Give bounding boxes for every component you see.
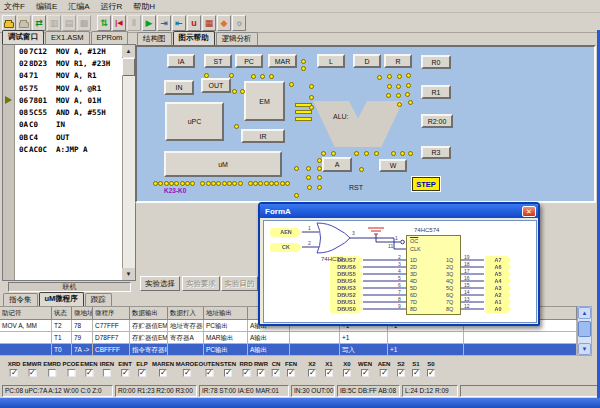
signal-checkbox[interactable]: ✓ [343,369,351,377]
help-lamp-icon[interactable]: ☼ [232,15,246,31]
net-a0[interactable]: A0 [485,305,511,314]
diagram-block-a[interactable]: A [322,157,352,172]
close-icon[interactable]: ✕ [522,206,536,217]
online-status-bar: 联机 [8,282,131,292]
signal-checkbox[interactable]: ✓ [361,369,369,377]
tab-view-0[interactable]: 指令集 [3,293,38,306]
registers-icon[interactable]: ▦ [202,15,216,31]
signal-checkbox[interactable]: ✓ [138,369,146,377]
code-line[interactable]: 0575MOV A, @R1 [16,82,124,94]
signal-checkbox[interactable] [103,369,111,377]
tab-view-1[interactable]: uM微程序 [39,292,84,306]
alu-shape[interactable] [313,101,403,147]
assemble-icon[interactable]: ⇄ [32,15,46,31]
code-scrollbar-thumb[interactable] [122,58,135,76]
menu-item-2[interactable]: 汇编A [68,1,89,12]
step-into-icon[interactable]: ⇥ [157,15,171,31]
refresh-icon[interactable]: ⇅ [97,15,111,31]
signal-checkbox[interactable]: ✓ [242,369,250,377]
table-scrollbar-thumb[interactable] [578,321,591,337]
signal-checkbox[interactable]: ✓ [412,369,420,377]
menu-item-3[interactable]: 运行R [101,1,123,12]
run-icon[interactable]: ▶ [142,15,156,31]
code-scrollbar[interactable]: ▲ ▼ [122,45,135,280]
net-aen[interactable]: AEN [270,228,302,237]
tab-view-2[interactable]: 跟踪 [85,293,112,306]
diagram-block-d[interactable]: D [353,54,381,68]
signal-checkbox[interactable]: ✓ [159,369,167,377]
signal-checkbox[interactable]: ✓ [224,369,232,377]
signal-checkbox[interactable]: ✓ [325,369,333,377]
diagram-block-st[interactable]: ST [204,54,232,68]
signal-checkbox[interactable] [67,369,75,377]
diagram-block-ir[interactable]: IR [241,129,285,143]
table-row[interactable]: T179D78FF7存贮器值EM寄存器AMAR输出A输出+1 [0,332,577,344]
signal-pcoe: PCOE [62,361,79,377]
signal-checkbox[interactable]: ✓ [397,369,405,377]
signal-checkbox[interactable]: ✓ [257,369,265,377]
signal-checkbox[interactable]: ✓ [121,369,129,377]
diagram-block-out[interactable]: OUT [201,78,231,93]
signal-checkbox[interactable]: ✓ [427,369,435,377]
diagram-block-pc[interactable]: PC [235,54,263,68]
signal-checkbox[interactable]: ✓ [183,369,191,377]
scroll-up-icon[interactable]: ▲ [122,45,135,57]
signal-checkbox[interactable]: ✓ [85,369,93,377]
menu-item-0[interactable]: 文件F [4,1,25,12]
micro-step-icon[interactable]: u [187,15,201,31]
signal-checkbox[interactable] [48,369,56,377]
diagram-block-em[interactable]: EM [244,81,285,121]
diagram-block-in[interactable]: IN [164,80,194,95]
signal-checkbox[interactable]: ✓ [28,369,36,377]
tab-debug-1[interactable]: EX1.ASM [45,31,90,44]
forma-titlebar[interactable]: FormA [260,204,538,218]
led-indicator-icon [206,181,211,186]
diagram-block-r200[interactable]: R2:00 [421,114,453,128]
menu-item-1[interactable]: 编辑E [36,1,57,12]
step-into-icon: ⇥ [160,18,168,28]
step-over-icon[interactable]: ⇤ [172,15,186,31]
code-line[interactable]: 028D23MOV R1, #23H [16,57,124,69]
signal-checkbox[interactable]: ✓ [272,369,280,377]
reset-icon[interactable]: |◀ [112,15,126,31]
open-file-icon[interactable] [2,15,16,31]
net-dbus0[interactable]: DBUS0 [330,305,363,314]
scroll-down-icon[interactable]: ▼ [578,343,591,355]
signal-checkbox[interactable]: ✓ [308,369,316,377]
code-line[interactable]: 0CAC0CA:JMP A [16,143,124,155]
diagram-block-mar[interactable]: MAR [268,54,297,68]
tab-diagram-1[interactable]: 图示帮助 [173,31,215,45]
exp-button-0[interactable]: 实验选择 [140,276,180,291]
step-button[interactable]: STEP [412,177,440,191]
tab-diagram-2[interactable]: 逻辑分析 [216,32,258,45]
connect-icon[interactable]: ◆ [217,15,231,31]
table-row[interactable]: T07A ->CBFFFF指令寄存器IRPC输出A输出写入+1 [0,344,577,356]
net-ck[interactable]: CK [270,243,302,252]
diagram-block-r0[interactable]: R0 [421,55,451,69]
tab-debug-0[interactable]: 调试窗口 [2,30,44,44]
signal-checkbox[interactable]: ✓ [10,369,18,377]
signal-checkbox[interactable]: ✓ [287,369,295,377]
tab-diagram-0[interactable]: 结构图 [137,32,172,45]
table-scrollbar[interactable]: ▲ ▼ [577,306,592,356]
diagram-block-r3[interactable]: R3 [421,146,451,159]
code-line[interactable]: 067801MOV A, 01H [16,94,124,106]
diagram-block-upc[interactable]: uPC [165,102,224,141]
scroll-down-icon[interactable]: ▼ [122,268,135,280]
code-line[interactable]: 0AC0IN [16,119,124,131]
scroll-up-icon[interactable]: ▲ [578,307,591,319]
signal-checkbox[interactable]: ✓ [380,369,388,377]
diagram-block-ia[interactable]: IA [167,54,195,68]
diagram-block-w[interactable]: W [379,159,407,172]
diagram-block-um[interactable]: uM [164,151,282,177]
code-line[interactable]: 0BC4OUT [16,131,124,143]
tab-debug-2[interactable]: EPRom [91,31,129,44]
code-line[interactable]: 085C55AND A, #55H [16,106,124,118]
menu-item-4[interactable]: 帮助H [133,1,155,12]
diagram-block-l[interactable]: L [317,54,345,68]
diagram-block-r1[interactable]: R1 [421,85,451,99]
diagram-block-r[interactable]: R [384,54,412,68]
code-line[interactable]: 0471MOV A, R1 [16,70,124,82]
signal-checkbox[interactable]: ✓ [205,369,213,377]
code-line[interactable]: 007C12MOV A, #12H [16,45,124,57]
